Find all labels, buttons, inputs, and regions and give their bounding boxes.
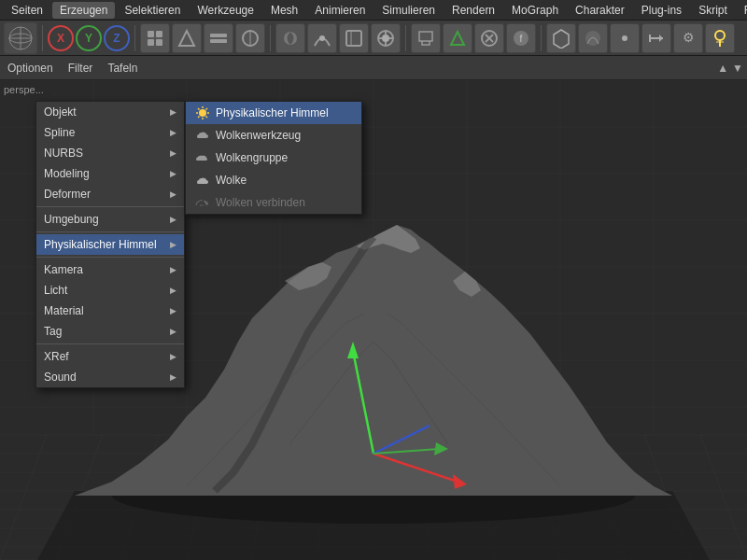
tool-btn-11[interactable] [474,23,504,53]
dropdown-erzeugen: Objekt ▶ Spline ▶ NURBS ▶ Modeling ▶ Def… [35,101,185,388]
sub-wolkenwerkzeug[interactable]: Wolkenwerkzeug [186,124,361,147]
dd-xref[interactable]: XRef ▶ [36,346,184,367]
tool-btn-9[interactable] [411,23,441,53]
dd-modeling[interactable]: Modeling ▶ [36,163,184,184]
sub-dropdown-physikalischer-himmel: Physikalischer Himmel Wolkenwerkzeug Wol… [185,101,362,215]
sun-icon [195,105,210,120]
svg-rect-4 [148,31,154,37]
dd-nurbs[interactable]: NURBS ▶ [36,143,184,163]
tool-btn-14[interactable] [578,23,608,53]
dd-material[interactable]: Material ▶ [36,301,184,321]
svg-rect-5 [156,31,162,37]
svg-point-14 [319,35,325,41]
separator-2 [134,25,135,51]
dd-kamera[interactable]: Kamera ▶ [36,259,184,280]
tool-btn-7[interactable] [339,23,369,53]
menu-selektieren[interactable]: Selektieren [117,2,188,19]
sub-physikalischer-himmel[interactable]: Physikalischer Himmel [186,102,361,124]
tool-btn-6[interactable] [307,23,337,53]
cloud-tool-icon [195,128,210,143]
dd-physikalischer-himmel[interactable]: Physikalischer Himmel ▶ [36,234,184,255]
tool-btn-12[interactable]: f [506,23,536,53]
tool-btn-10[interactable] [443,23,472,53]
dd-umgebung[interactable]: Umgebung ▶ [36,209,184,230]
dd-sep-4 [36,343,184,344]
menu-skript[interactable]: Skript [691,2,735,19]
main-area: perspe... Objekt ▶ Spline ▶ NURBS ▶ Mode… [0,80,747,560]
tool-btn-18[interactable] [705,23,735,53]
dd-spline[interactable]: Spline ▶ [36,122,184,143]
arrow-up-icon[interactable]: ▲ [717,62,728,75]
cloud-group-icon [195,150,210,165]
tool-btn-3[interactable] [204,23,233,53]
tool-btn-4[interactable] [235,23,265,53]
separator-5 [541,25,542,51]
dd-arrow-tag: ▶ [170,327,176,336]
dd-arrow-nurbs: ▶ [170,148,176,158]
tool-btn-8[interactable] [371,23,401,53]
sub-wolkenwerkzeug-label: Wolkenwerkzeug [216,129,301,142]
axis-y-btn[interactable]: Y [76,25,102,51]
dd-arrow-kamera: ▶ [170,265,176,274]
menu-simulieren[interactable]: Simulieren [374,2,443,19]
svg-point-86 [199,109,206,117]
viewport-label: perspe... [4,84,44,95]
svg-marker-8 [179,31,194,46]
menu-mesh[interactable]: Mesh [263,2,305,19]
sub-wolken-verbinden-label: Wolken verbinden [216,196,305,209]
dd-sound[interactable]: Sound ▶ [36,367,184,387]
tool-btn-2[interactable] [172,23,202,53]
axis-z-btn[interactable]: Z [104,25,130,51]
svg-rect-9 [210,34,227,37]
dd-arrow-spline: ▶ [170,128,176,137]
svg-line-94 [198,117,200,119]
dd-arrow-umgebung: ▶ [170,215,176,224]
dd-arrow-phys-himmel: ▶ [170,240,176,249]
dd-arrow-material: ▶ [170,306,176,315]
tool-btn-13[interactable] [546,23,576,53]
menu-werkzeuge[interactable]: Werkzeuge [190,2,261,19]
menu-seiten[interactable]: Seiten [4,2,50,19]
menu-mograph[interactable]: MoGraph [504,2,566,19]
menu-bar: Seiten Erzeugen Selektieren Werkzeuge Me… [0,0,747,21]
tool-btn-1[interactable] [140,23,170,53]
menu-charakter[interactable]: Charakter [568,2,632,19]
toolbar2-filter[interactable]: Filter [64,60,97,77]
menu-plugins[interactable]: Plug-ins [634,2,689,19]
tool-btn-15[interactable] [610,23,640,53]
tool-btn-17[interactable]: ⚙ [673,23,703,53]
dd-tag[interactable]: Tag ▶ [36,321,184,342]
svg-marker-23 [451,32,464,45]
dd-arrow-objekt: ▶ [170,107,176,117]
tool-btn-5[interactable] [275,23,305,53]
dd-arrow-sound: ▶ [170,372,176,382]
sub-wolke[interactable]: Wolke [186,169,361,191]
sub-wolkengruppe[interactable]: Wolkengruppe [186,147,361,169]
tool-btn-16[interactable] [641,23,671,53]
dd-licht[interactable]: Licht ▶ [36,280,184,301]
toolbar2-arrows: ▲ ▼ [717,62,743,75]
menu-rendern[interactable]: Rendern [444,2,502,19]
nav-cube-btn[interactable] [4,22,37,54]
menu-erzeugen[interactable]: Erzeugen [52,2,115,19]
toolbar: X Y Z [0,21,747,56]
svg-rect-7 [156,39,162,46]
toolbar2-tafeln[interactable]: Tafeln [104,60,141,77]
dd-objekt[interactable]: Objekt ▶ [36,102,184,122]
svg-line-91 [198,108,200,110]
arrow-down-icon[interactable]: ▼ [732,62,743,75]
axis-x-btn[interactable]: X [48,25,74,51]
svg-point-36 [715,31,725,40]
toolbar2-optionen[interactable]: Optionen [4,60,57,77]
svg-line-93 [206,108,208,110]
svg-rect-10 [210,39,227,43]
cloud-icon [195,173,210,188]
sub-wolken-verbinden[interactable]: Wolken verbinden [186,191,361,214]
separator-4 [405,25,406,51]
menu-fenster[interactable]: Fenster [737,2,747,19]
menu-animieren[interactable]: Animieren [307,2,373,19]
svg-text:⚙: ⚙ [683,30,695,45]
dd-arrow-deformer: ▶ [170,189,176,199]
dd-deformer[interactable]: Deformer ▶ [36,184,184,204]
svg-point-31 [622,35,627,41]
